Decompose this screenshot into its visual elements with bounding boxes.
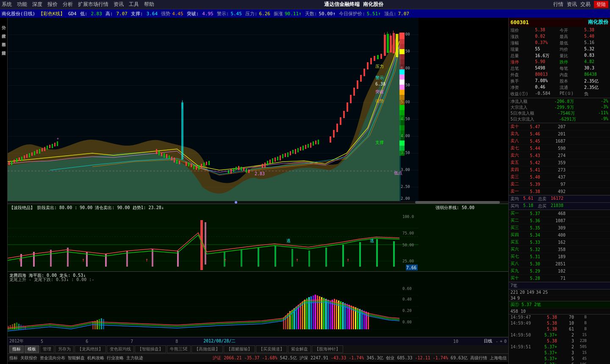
action-trade[interactable]: 交易: [580, 1, 591, 8]
svg-rect-171: [152, 249, 153, 267]
label-ratio: 量比: [560, 53, 584, 59]
strong-val: 4.45: [172, 11, 183, 17]
trade-vol: 61: [557, 327, 574, 331]
avg-price: 5.32: [584, 47, 608, 52]
tab-highlow[interactable]: 【高抛低吸】: [191, 345, 223, 353]
svg-text:逃: 逃: [370, 238, 374, 243]
price-info-grid: 现价 5.38 今开 5.38 涨跌 0.02 最高 5.40 涨幅 0.37%…: [509, 27, 610, 98]
buy-vol-2: 1087: [540, 218, 566, 223]
tab-buysell[interactable]: 【买卖频道】: [256, 345, 287, 353]
tab-dragon[interactable]: 【龙凤绝技】: [75, 345, 106, 353]
trade-list[interactable]: 14:59:47 5.38 70 B 14:59:49 5.38 10 B 5.…: [509, 314, 610, 364]
svg-rect-182: [342, 245, 344, 267]
status-main-force[interactable]: 主力轨迹: [126, 355, 143, 361]
menu-analysis[interactable]: 分析: [63, 1, 73, 8]
tab-indicator[interactable]: 指标: [9, 345, 24, 353]
buy-row-3: 买三 5.35 309: [509, 224, 610, 232]
buy-label-10: 买十: [510, 275, 523, 281]
tab-smart[interactable]: 【智能操盘】: [135, 345, 166, 353]
svg-rect-39: [52, 144, 53, 148]
svg-rect-181: [325, 248, 327, 267]
menu-function[interactable]: 功能: [17, 1, 27, 8]
sell-price-7: 5.44: [523, 146, 540, 151]
main-chart[interactable]: 7.00 6.50 6.00 5.50 5.00 4.50 4.00 3.50 …: [8, 18, 508, 204]
pressure-val: 6.26: [259, 11, 271, 17]
zoom-plus[interactable]: +: [500, 339, 502, 344]
scroll-thumb[interactable]: [415, 201, 500, 204]
label-big-inflow: 大宗流入: [510, 105, 527, 110]
trade-time: 14:59:47: [510, 315, 538, 320]
vol-v4: 34: [536, 290, 541, 295]
menu-tools[interactable]: 工具: [129, 1, 139, 8]
status-smart[interactable]: 智能解盘: [68, 355, 85, 361]
svg-rect-256: [359, 309, 360, 329]
tab-gamble[interactable]: 【愿赌服输】: [224, 345, 255, 353]
zoom-minus[interactable]: -: [496, 339, 498, 344]
svg-rect-101: [340, 117, 341, 125]
menu-items: 系统 功能 深度 报价 分析 扩展市场行情 资讯 工具 帮助: [2, 1, 154, 8]
buy-price-2: 5.36: [523, 218, 540, 223]
svg-rect-40: [54, 143, 55, 146]
svg-rect-135: [399, 54, 405, 59]
zoom-0[interactable]: 0: [504, 339, 507, 344]
break-label: 突破:: [187, 11, 199, 17]
tab-saveas[interactable]: 另存为: [55, 345, 74, 353]
svg-rect-84: [285, 153, 286, 157]
status-indicator-link[interactable]: 指标: [9, 355, 18, 361]
svg-rect-183: [359, 242, 361, 267]
tab-bull[interactable]: 牛熊三SE: [167, 345, 191, 353]
buy-vol-3: 309: [540, 226, 566, 230]
action-info[interactable]: 资讯: [567, 1, 577, 8]
status-sh-all: 沪深 2247.91: [299, 355, 328, 361]
menu-help[interactable]: 帮助: [144, 1, 154, 8]
tab-purple[interactable]: 紫金解盘: [288, 345, 311, 353]
status-strategy[interactable]: 机构攻略: [87, 355, 104, 361]
svg-rect-27: [21, 157, 22, 161]
svg-text:50.00: 50.00: [402, 243, 414, 247]
login-button[interactable]: 登陆: [594, 1, 608, 8]
tab-needle[interactable]: 【股海神针】: [312, 345, 343, 353]
menu-info[interactable]: 资讯: [114, 1, 124, 8]
buy-order-section: 买① 5.37 2笔: [509, 301, 610, 308]
svg-rect-33: [36, 150, 38, 154]
vol2-v2: 9: [517, 296, 520, 301]
svg-rect-23: [11, 161, 12, 165]
trade-time: [510, 327, 538, 331]
rise-val: 90.11↑: [285, 11, 302, 17]
svg-rect-176: [241, 250, 242, 267]
label-sell-avg: 卖均: [510, 196, 523, 202]
svg-rect-87: [292, 150, 294, 154]
buy-vol-5: 162: [540, 240, 566, 245]
mark-5: 5: [41, 339, 43, 344]
svg-rect-29: [26, 154, 28, 158]
buy-label-1: 买一: [510, 210, 523, 216]
action-quotes[interactable]: 行情: [553, 1, 563, 8]
svg-text:25.00: 25.00: [402, 259, 414, 263]
open-price: 5.38: [584, 28, 608, 33]
sell-order-section: 7笔: [509, 282, 610, 289]
status-fund-flow[interactable]: 资金流向分布: [40, 355, 65, 361]
status-related[interactable]: 关联报价: [20, 355, 37, 361]
buy-label-6: 买六: [510, 246, 523, 252]
svg-rect-149: [399, 125, 405, 130]
menu-market[interactable]: 扩展市场行情: [78, 1, 108, 8]
svg-rect-82: [280, 155, 281, 160]
trade-row: 14:59:49 5.38 10 B: [509, 320, 610, 326]
menu-system[interactable]: 系统: [2, 1, 12, 8]
label-eps: 收益(①): [510, 91, 535, 97]
menu-depth[interactable]: 深度: [32, 1, 42, 8]
status-industry[interactable]: 行业攻略: [107, 355, 124, 361]
svg-rect-57: [191, 164, 192, 167]
tab-color[interactable]: 变色双均线: [107, 345, 134, 353]
status-sh: 沪证 2066.21: [213, 355, 241, 361]
menu-quote[interactable]: 报价: [47, 1, 58, 8]
svg-rect-108: [363, 69, 365, 76]
svg-rect-155: [8, 212, 419, 272]
tab-manage[interactable]: 管理: [40, 345, 54, 353]
svg-rect-103: [347, 102, 348, 112]
chart-scrollbar[interactable]: [8, 201, 508, 204]
svg-rect-61: [201, 164, 202, 168]
tab-template[interactable]: 模板: [25, 345, 39, 353]
svg-rect-236: [317, 295, 318, 329]
buy-row-9: 买九 5.29 102: [509, 267, 610, 275]
